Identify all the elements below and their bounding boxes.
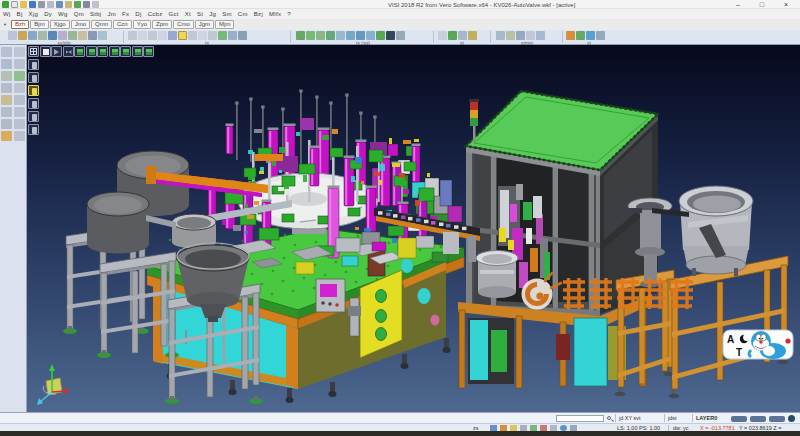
svg-text:A: A [727,334,734,345]
svg-text:T: T [736,347,742,358]
